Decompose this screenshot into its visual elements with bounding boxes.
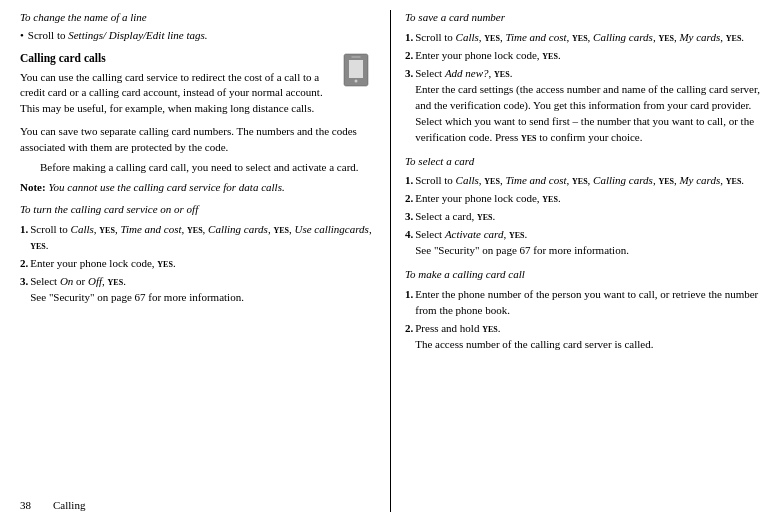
select-step-4-num: 4. — [405, 227, 413, 259]
svg-point-0 — [355, 79, 358, 82]
select-step-4: 4. Select Activate card, yes.See "Securi… — [405, 227, 763, 259]
make-call-step-2: 2. Press and hold yes.The access number … — [405, 321, 763, 353]
step-3-num: 3. — [20, 274, 28, 306]
calling-card-para2: You can save two separate calling card n… — [20, 124, 376, 156]
make-call-step-2-text: Press and hold yes.The access number of … — [415, 321, 653, 353]
intro-section: To change the name of a line • Scroll to… — [20, 10, 376, 44]
select-card-section: To select a card 1. Scroll to Calls, yes… — [405, 154, 763, 260]
calling-card-heading: Calling card calls — [20, 50, 328, 67]
turn-on-off-section: To turn the calling card service on or o… — [20, 202, 376, 306]
step-3: 3. Select On or Off, yes.See "Security" … — [20, 274, 376, 306]
right-column: To save a card number 1. Scroll to Calls… — [390, 10, 783, 512]
turn-on-off-steps: 1. Scroll to Calls, yes, Time and cost, … — [20, 222, 376, 306]
page-container: To change the name of a line • Scroll to… — [0, 0, 783, 522]
select-card-heading: To select a card — [405, 154, 763, 170]
save-step-3-num: 3. — [405, 66, 413, 146]
page-footer: 38 Calling — [20, 498, 85, 514]
make-call-step-1-text: Enter the phone number of the person you… — [415, 287, 763, 319]
make-call-heading: To make a calling card call — [405, 267, 763, 283]
select-step-3-text: Select a card, yes. — [415, 209, 495, 225]
save-step-2-num: 2. — [405, 48, 413, 64]
make-call-step-2-num: 2. — [405, 321, 413, 353]
select-step-2-text: Enter your phone lock code, yes. — [415, 191, 560, 207]
save-step-1-num: 1. — [405, 30, 413, 46]
make-call-step-1: 1. Enter the phone number of the person … — [405, 287, 763, 319]
step-1-num: 1. — [20, 222, 28, 254]
page-number: 38 — [20, 499, 31, 511]
select-step-1-num: 1. — [405, 173, 413, 189]
calling-card-header: Calling card calls You can use the calli… — [20, 50, 376, 121]
calling-card-title-block: Calling card calls You can use the calli… — [20, 50, 328, 121]
bullet-scroll: • Scroll to Settings/ Display/Edit line … — [20, 28, 376, 44]
make-call-steps: 1. Enter the phone number of the person … — [405, 287, 763, 353]
select-step-1-text: Scroll to Calls, yes, Time and cost, yes… — [415, 173, 744, 189]
save-step-3: 3. Select Add new?, yes. Enter the card … — [405, 66, 763, 146]
select-step-3-num: 3. — [405, 209, 413, 225]
calling-card-para1: You can use the calling card service to … — [20, 70, 328, 118]
step-2-text: Enter your phone lock code, yes. — [30, 256, 175, 272]
select-step-4-text: Select Activate card, yes.See "Security"… — [415, 227, 629, 259]
note-paragraph: Note: You cannot use the calling card se… — [20, 180, 376, 196]
calling-card-section: Calling card calls You can use the calli… — [20, 50, 376, 196]
step-1-text: Scroll to Calls, yes, Time and cost, yes… — [30, 222, 376, 254]
select-card-steps: 1. Scroll to Calls, yes, Time and cost, … — [405, 173, 763, 259]
left-column: To change the name of a line • Scroll to… — [0, 10, 390, 512]
select-step-1: 1. Scroll to Calls, yes, Time and cost, … — [405, 173, 763, 189]
save-step-3-text: Select Add new?, yes. Enter the card set… — [415, 66, 763, 146]
step-2: 2. Enter your phone lock code, yes. — [20, 256, 376, 272]
make-call-section: To make a calling card call 1. Enter the… — [405, 267, 763, 353]
page-label: Calling — [53, 499, 85, 511]
select-step-2: 2. Enter your phone lock code, yes. — [405, 191, 763, 207]
step-3-text: Select On or Off, yes.See "Security" on … — [30, 274, 244, 306]
save-step-2-text: Enter your phone lock code, yes. — [415, 48, 560, 64]
save-step-1: 1. Scroll to Calls, yes, Time and cost, … — [405, 30, 763, 46]
select-step-2-num: 2. — [405, 191, 413, 207]
calling-card-icon — [336, 50, 376, 90]
change-name-heading: To change the name of a line — [20, 10, 376, 26]
select-step-3: 3. Select a card, yes. — [405, 209, 763, 225]
step-2-num: 2. — [20, 256, 28, 272]
save-step-2: 2. Enter your phone lock code, yes. — [405, 48, 763, 64]
bullet-dot: • — [20, 28, 24, 44]
calling-card-para3: Before making a calling card call, you n… — [40, 160, 376, 176]
turn-on-off-heading: To turn the calling card service on or o… — [20, 202, 376, 218]
note-text: You cannot use the calling card service … — [48, 181, 284, 193]
save-card-steps: 1. Scroll to Calls, yes, Time and cost, … — [405, 30, 763, 146]
save-card-section: To save a card number 1. Scroll to Calls… — [405, 10, 763, 146]
save-step-1-text: Scroll to Calls, yes, Time and cost, yes… — [415, 30, 744, 46]
save-card-heading: To save a card number — [405, 10, 763, 26]
step-1: 1. Scroll to Calls, yes, Time and cost, … — [20, 222, 376, 254]
note-label: Note: — [20, 181, 46, 193]
bullet-text: Scroll to Settings/ Display/Edit line ta… — [28, 28, 208, 44]
make-call-step-1-num: 1. — [405, 287, 413, 319]
